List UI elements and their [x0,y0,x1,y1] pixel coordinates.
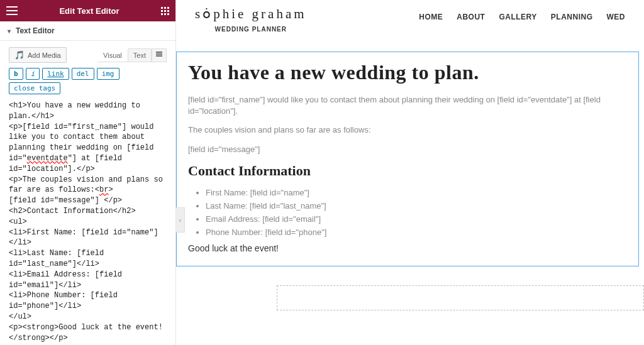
nav-wed[interactable]: WED [607,13,626,21]
list-item: First Name: [field id="name"] [206,188,627,197]
qt-img-button[interactable]: img [97,68,119,80]
caret-down-icon: ▾ [8,28,11,35]
qt-italic-button[interactable]: i [26,68,40,80]
contact-heading: Contact Information [188,163,627,179]
accordion-label: Text Editor [16,26,55,35]
add-media-label: Add Media [28,52,61,59]
qt-bold-button[interactable]: b [9,68,23,80]
code-textarea[interactable]: <h1>You have a new wedding to plan.</h1>… [9,101,167,343]
site-header: sȯphie graham WEDDING PLANNER HOME ABOUT… [176,0,644,52]
list-item: Email Address: [field id="email"] [206,214,627,224]
panel-title: Edit Text Editor [59,6,119,16]
media-bar: 🎵 Add Media Visual Text [9,47,167,63]
quicktags-toolbar: b i link del img close tags [9,68,167,94]
content-frame[interactable]: You have a new wedding to plan. [field i… [176,52,639,266]
tab-text[interactable]: Text [128,48,152,62]
contact-list: First Name: [field id="name"] Last Name:… [206,188,627,237]
message-placeholder: [field id="message"] [188,144,627,155]
collapse-handle[interactable]: ‹ [176,207,185,233]
panel-body: 🎵 Add Media Visual Text b i link del img… [0,41,175,345]
page-title: You have a new wedding to plan. [188,61,627,84]
apps-icon[interactable] [161,7,169,15]
site-nav: HOME ABOUT GALLERY PLANNING WED [419,6,625,21]
intro-paragraph: [field id="first_name"] would like you t… [188,94,627,117]
preview-pane: ‹ sȯphie graham WEDDING PLANNER HOME ABO… [176,0,644,345]
qt-del-button[interactable]: del [72,68,94,80]
nav-home[interactable]: HOME [419,13,443,21]
qt-close-tags-button[interactable]: close tags [9,82,60,94]
dropzone[interactable] [277,285,644,310]
sidebar-header: Edit Text Editor [0,0,175,21]
nav-about[interactable]: ABOUT [457,13,485,21]
media-icon: 🎵 [14,50,25,60]
fullscreen-button[interactable] [152,48,167,62]
editor-tabs: Visual Text [97,48,167,62]
list-item: Phone Number: [field id="phone"] [206,227,627,237]
site-logo: sȯphie graham [195,6,307,22]
site-tagline: WEDDING PLANNER [195,26,307,33]
nav-planning[interactable]: PLANNING [551,13,593,21]
nav-gallery[interactable]: GALLERY [499,13,536,21]
logo-block: sȯphie graham WEDDING PLANNER [195,6,307,33]
fullscreen-icon [156,52,162,58]
vision-label: The couples vision and plans so far are … [188,124,627,136]
qt-link-button[interactable]: link [42,68,69,80]
accordion-text-editor[interactable]: ▾ Text Editor [0,21,175,41]
add-media-button[interactable]: 🎵 Add Media [9,47,67,63]
goodluck-text: Good luck at the event! [188,243,627,253]
tab-visual[interactable]: Visual [97,48,128,62]
list-item: Last Name: [field id="last_name"] [206,201,627,211]
menu-icon[interactable] [6,6,18,15]
editor-sidebar: Edit Text Editor ▾ Text Editor 🎵 Add Med… [0,0,176,345]
